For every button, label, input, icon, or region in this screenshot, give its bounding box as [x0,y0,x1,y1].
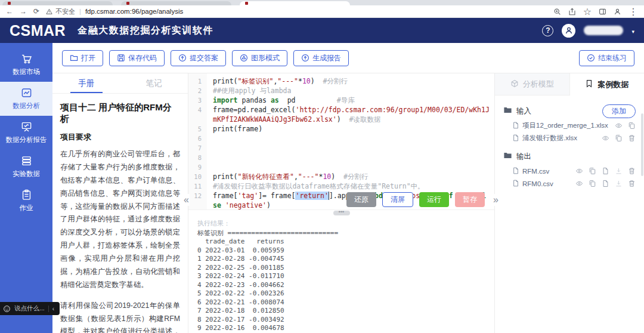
sidebar-item-data-analysis[interactable]: 数据分析 [0,82,52,116]
file-icon [512,166,519,177]
trash-icon[interactable] [628,167,636,175]
screen: ← → ⟳ 不安全 | fdp.csmar.com:96/page/analys… [0,0,644,333]
input-label: 输入 [516,106,531,116]
run-button[interactable]: 运行 [419,192,449,207]
generate-report-label: 生成报告 [312,53,341,63]
reload-icon[interactable]: ⟳ [33,8,39,15]
line-number: 9 [188,162,207,172]
preview-icon[interactable] [602,134,609,142]
profile-icon[interactable] [614,8,621,16]
submit-answer-button[interactable]: 提交答案 [171,50,226,66]
doc-icon[interactable] [602,167,609,175]
stash-button[interactable]: 暂存 [455,192,485,207]
file-name: 浦发银行数据.xlsx [522,134,577,143]
scrollbar-thumb[interactable] [641,113,643,176]
zoom-icon[interactable] [553,8,561,16]
copy-icon[interactable] [615,134,623,142]
line-number: 4 [188,105,207,124]
file-row[interactable]: 项目12_order_merge_1.xlsx [503,120,636,131]
restore-button[interactable]: 还原 [346,192,376,207]
result-line: 4 2022-02-23 -0.004662 [197,281,485,290]
drag-handle[interactable]: ••• [333,211,350,215]
sidebar: 数据市场数据分析数据分析报告实验数据作业 [0,43,52,333]
bookmark-star-icon[interactable]: ☆ [583,6,592,17]
result-line: 2 2022-02-25 -0.001185 [197,264,485,273]
help-icon[interactable]: ? [542,25,553,36]
browser-tab[interactable] [2,1,113,5]
trash-icon[interactable] [628,134,636,142]
collapse-left-icon[interactable]: « [183,194,190,206]
sidebar-item-data-market[interactable]: 数据市场 [0,48,52,82]
browser-tabstrip [0,0,644,5]
download-icon[interactable] [615,180,623,187]
emoji-icon[interactable] [3,305,11,313]
tab-case-data[interactable]: 案例数据 [570,73,644,95]
code-editor[interactable]: 1print("标签识别","---"*10) #分割行2##使用apply 与… [188,73,494,209]
url-bar[interactable]: 不安全 | fdp.csmar.com:96/page/analysis [46,7,547,16]
graph-mode-button[interactable]: 图形模式 [232,50,287,66]
trash-icon[interactable] [628,180,636,187]
download-icon[interactable] [615,167,623,175]
sidebar-item-homework[interactable]: 作业 [0,184,52,218]
sidepanel-icon[interactable] [599,8,606,16]
copy-icon[interactable] [589,180,596,187]
browser-tab[interactable] [121,1,231,5]
file-row[interactable]: RFM.csv [503,165,636,177]
chat-collapse-icon[interactable]: ‹ [52,306,54,312]
sidebar-item-label: 数据分析 [13,101,40,110]
avatar[interactable] [562,24,575,38]
database-icon [21,155,32,166]
chat-bar[interactable]: 说点什么... ‹ [0,302,60,315]
open-button[interactable]: 打开 [62,50,103,66]
share-icon[interactable] [568,8,576,16]
save-code-button[interactable]: 保存代码 [109,50,165,66]
tab-manual[interactable]: 手册 [52,73,120,93]
back-icon[interactable]: ← [6,8,13,15]
preview-icon[interactable] [575,167,583,175]
sidebar-item-experiment-data[interactable]: 实验数据 [0,150,52,184]
content: 手册 笔记 项目十二 用户特征的RFM分析 项目要求 在几乎所有的商业公司管理后… [52,73,644,333]
forward-icon[interactable]: → [20,8,27,15]
case-data-panel: 分析模型 案例数据 输入 添加 项目12_order_me [495,73,644,333]
file-name: 项目12_order_merge_1.xlsx [522,121,608,130]
output-label: 输出 [516,152,531,162]
browser-tab-active[interactable] [240,1,350,5]
generate-report-button[interactable]: 生成报告 [293,50,349,66]
file-row[interactable]: 浦发银行数据.xlsx [503,132,636,144]
code-line: 2##使用apply 与lambda [188,86,494,95]
code-text: print(frame) [207,124,494,134]
code-text [207,153,494,162]
copy-icon[interactable] [628,122,636,130]
collapse-right-icon[interactable]: » [493,194,499,206]
code-text: frame=pd.read_excel('http://fdp.csmar.co… [207,105,494,124]
clear-screen-button[interactable]: 清屏 [382,192,413,207]
right-tabs: 分析模型 案例数据 [495,73,644,95]
tab-analysis-model[interactable]: 分析模型 [495,73,570,95]
result-line: 3 2022-02-24 -0.011710 [197,272,485,281]
username-blurred [584,26,623,35]
workspace: 数据市场数据分析数据分析报告实验数据作业 打开 保存代码 提交答案 [0,43,644,333]
code-text: #浦发银行日收益率数据以dataframe格式存储在变量"Return"中。 [207,181,494,191]
menu-dots-icon[interactable]: ⋮ [628,6,638,17]
sidebar-item-data-analysis-report[interactable]: 数据分析报告 [0,116,52,150]
preview-icon[interactable] [575,180,583,187]
result-line: trade_date returns [197,238,485,246]
url-separator: | [79,8,81,15]
file-row[interactable]: RFM0.csv [503,178,636,189]
code-line: 5print(frame) [188,124,494,134]
chevron-down-icon[interactable]: ▾ [631,29,634,35]
finish-practice-button[interactable]: 结束练习 [579,50,634,66]
bookmark-icon [585,79,593,90]
doc-icon[interactable] [602,180,609,187]
line-number: 7 [188,143,207,153]
report-upload-icon [301,54,309,62]
clipboard-icon [21,189,32,201]
chat-placeholder[interactable]: 说点什么... [14,304,45,313]
code-line: 3import pandas as pd #导库 [188,95,494,105]
add-button[interactable]: 添加 [602,104,636,118]
input-section-row: 输入 添加 [503,103,636,119]
line-number: 2 [188,86,207,95]
preview-icon[interactable] [615,122,623,130]
copy-icon[interactable] [589,167,596,175]
tab-notes[interactable]: 笔记 [120,73,188,93]
